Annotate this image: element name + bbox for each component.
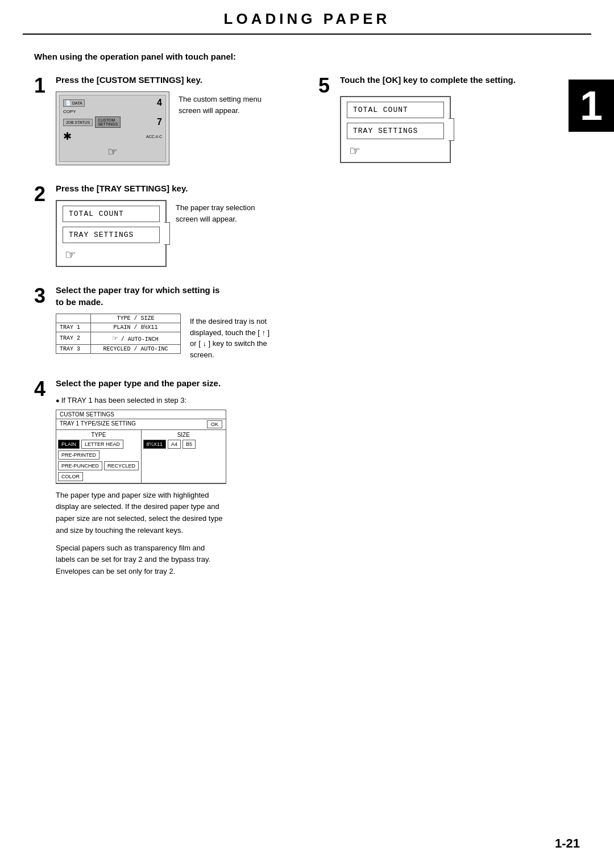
step-2-body: Press the [TRAY SETTINGS] key. TOTAL COU… xyxy=(56,182,296,267)
section-intro: When using the operation panel with touc… xyxy=(34,52,580,61)
step-2-number: 2 xyxy=(34,182,56,267)
panel-inner: 📄 DATA 4 COPY JOB S xyxy=(59,95,166,162)
page-title: LOADING PAPER xyxy=(224,10,391,28)
settings-btn-letterhead[interactable]: LETTER HEAD xyxy=(81,440,123,449)
settings-type-header: TYPE xyxy=(58,432,139,438)
step-5-title: Touch the [OK] key to complete the setti… xyxy=(340,74,580,86)
step-2-notch xyxy=(164,222,170,245)
panel-copy-btn: 📄 DATA xyxy=(63,99,85,107)
step-1-body: Press the [CUSTOM SETTINGS] key. 📄 DATA xyxy=(56,74,296,165)
step-1-desc: The custom setting menuscreen will appea… xyxy=(179,94,262,116)
panel-star: ✱ xyxy=(63,130,72,143)
step-2-total-count-label: TOTAL COUNT xyxy=(69,210,124,218)
settings-title-label: CUSTOM SETTINGS xyxy=(60,411,114,418)
tray-3-label: TRAY 3 xyxy=(56,345,91,354)
step-2-menu-screen: TOTAL COUNT TRAY SETTINGS ☞ xyxy=(56,200,167,267)
page-number-bottom: 1-21 xyxy=(555,836,580,851)
step-4-bullet: If TRAY 1 has been selected in step 3: xyxy=(56,395,296,406)
step-2-diagram-area: TOTAL COUNT TRAY SETTINGS ☞ Th xyxy=(56,200,296,267)
step-5: 5 Touch the [OK] key to complete the set… xyxy=(318,74,580,163)
step-5-body: Touch the [OK] key to complete the setti… xyxy=(340,74,580,163)
step-3-body: Select the paper tray for which setting … xyxy=(56,284,296,360)
step-2-title: Press the [TRAY SETTINGS] key. xyxy=(56,182,296,194)
settings-btn-b5[interactable]: B5 xyxy=(182,440,196,449)
panel-job-btn: JOB STATUS xyxy=(63,119,93,126)
step-1-desc-text: The custom setting menuscreen will appea… xyxy=(179,95,262,115)
step-3-desc: If the desired tray is notdisplayed, tou… xyxy=(190,316,269,360)
step-2-desc-text: The paper tray selectionscreen will appe… xyxy=(176,203,255,223)
tray-2-hand: ☞ xyxy=(113,334,117,343)
panel-settings-label: SETTINGS xyxy=(98,122,118,126)
settings-type-btns: PLAIN LETTER HEAD PRE-PRINTED PRE-PUNCHE… xyxy=(58,440,139,481)
step-5-total-count-btn: TOTAL COUNT xyxy=(347,102,444,118)
panel-hand-icon: ☞ xyxy=(60,145,165,158)
step-4-number: 4 xyxy=(34,377,56,578)
settings-subtitle-label: TRAY 1 TYPE/SIZE SETTING xyxy=(60,420,136,428)
settings-btn-plain[interactable]: PLAIN xyxy=(58,440,80,449)
page-header: LOADING PAPER xyxy=(23,0,591,35)
settings-btn-a4[interactable]: A4 xyxy=(168,440,181,449)
step-5-number: 5 xyxy=(318,74,340,163)
settings-title-bar: CUSTOM SETTINGS xyxy=(56,410,226,419)
settings-subtitle-bar: TRAY 1 TYPE/SIZE SETTING OK xyxy=(56,419,226,430)
tray-row-1: TRAY 1 PLAIN / 8½X11 xyxy=(56,323,181,332)
tray-2-value: ☞ / AUTO-INCH xyxy=(90,332,180,345)
tray-1-value: PLAIN / 8½X11 xyxy=(90,323,180,332)
step-3-tray-diagram: TYPE / SIZE TRAY 1 PLAIN / 8½X11 xyxy=(56,314,181,354)
step-2-desc: The paper tray selectionscreen will appe… xyxy=(176,202,255,224)
panel-num-4: 4 xyxy=(157,98,162,108)
panel-mid-row: JOB STATUS CUSTOM SETTINGS 7 xyxy=(60,115,165,129)
step-4-desc-2: Special papers such as transparency film… xyxy=(56,542,296,578)
step-5-hand-icon: ☞ xyxy=(349,144,450,158)
settings-btn-8x11[interactable]: 8½X11 xyxy=(143,440,167,449)
step-4-body: Select the paper type and the paper size… xyxy=(56,377,296,578)
panel-icon-symbol: 📄 xyxy=(65,101,71,106)
step-3-title: Select the paper tray for which setting … xyxy=(56,284,296,308)
step-4: 4 Select the paper type and the paper si… xyxy=(34,377,296,578)
tray-row-2: TRAY 2 ☞ / AUTO-INCH xyxy=(56,332,181,345)
settings-btn-recycled[interactable]: RECYCLED xyxy=(104,461,139,470)
tray-table: TYPE / SIZE TRAY 1 PLAIN / 8½X11 xyxy=(56,314,181,354)
settings-size-col: SIZE 8½X11 A4 B5 xyxy=(142,430,226,483)
step-2-total-count-btn: TOTAL COUNT xyxy=(63,206,160,222)
left-column: 1 Press the [CUSTOM SETTINGS] key. 📄 xyxy=(34,74,296,595)
chapter-badge: 1 xyxy=(569,80,614,132)
settings-size-btns: 8½X11 A4 B5 xyxy=(143,440,225,449)
step-2-menu-wrapper: TOTAL COUNT TRAY SETTINGS ☞ xyxy=(56,200,167,267)
settings-btn-prepunched[interactable]: PRE-PUNCHED xyxy=(58,461,102,470)
panel-data-label: DATA xyxy=(72,101,82,105)
panel-num-7: 7 xyxy=(157,117,162,127)
settings-ok-btn[interactable]: OK xyxy=(207,420,222,428)
settings-btn-prepinted[interactable]: PRE-PRINTED xyxy=(58,450,99,460)
step-2-tray-settings-btn: TRAY SETTINGS xyxy=(63,227,160,243)
tray-2-label: TRAY 2 xyxy=(56,332,91,345)
tray-row-3: TRAY 3 RECYCLED / AUTO-INC xyxy=(56,345,181,354)
tray-3-value: RECYCLED / AUTO-INC xyxy=(90,345,180,354)
panel-acc: ACC.#-C xyxy=(146,135,162,139)
step-4-desc-1: The paper type and paper size with highl… xyxy=(56,490,296,537)
step-5-total-count-label: TOTAL COUNT xyxy=(353,106,408,114)
settings-btn-color[interactable]: COLOR xyxy=(58,472,83,481)
step-1-diagram-area: 📄 DATA 4 COPY JOB S xyxy=(56,91,296,165)
step-1: 1 Press the [CUSTOM SETTINGS] key. 📄 xyxy=(34,74,296,165)
panel-copy-label: COPY xyxy=(60,109,165,115)
right-column: 5 Touch the [OK] key to complete the set… xyxy=(318,74,580,595)
step-1-number: 1 xyxy=(34,74,56,165)
step-2: 2 Press the [TRAY SETTINGS] key. TOTAL C… xyxy=(34,182,296,267)
step-1-panel-diagram: 📄 DATA 4 COPY JOB S xyxy=(56,91,169,165)
step-3-desc-text: If the desired tray is notdisplayed, tou… xyxy=(190,317,269,359)
main-content: When using the operation panel with touc… xyxy=(0,35,614,612)
step-5-menu-screen: TOTAL COUNT TRAY SETTINGS ☞ xyxy=(340,96,451,163)
step-5-menu-wrapper: TOTAL COUNT TRAY SETTINGS ☞ xyxy=(340,96,451,163)
step-1-title: Press the [CUSTOM SETTINGS] key. xyxy=(56,74,296,86)
tray-col-header: TYPE / SIZE xyxy=(90,314,180,323)
two-column-layout: 1 Press the [CUSTOM SETTINGS] key. 📄 xyxy=(34,74,580,595)
panel-job-status: JOB STATUS xyxy=(66,120,90,124)
panel-top-row: 📄 DATA 4 xyxy=(60,95,165,109)
step-4-settings-diagram: CUSTOM SETTINGS TRAY 1 TYPE/SIZE SETTING… xyxy=(56,410,226,484)
step-3-number: 3 xyxy=(34,284,56,360)
tray-1-label: TRAY 1 xyxy=(56,323,91,332)
step-4-title: Select the paper type and the paper size… xyxy=(56,377,296,389)
panel-bottom-row: ✱ ACC.#-C xyxy=(60,129,165,144)
step-2-hand-icon: ☞ xyxy=(65,248,165,262)
